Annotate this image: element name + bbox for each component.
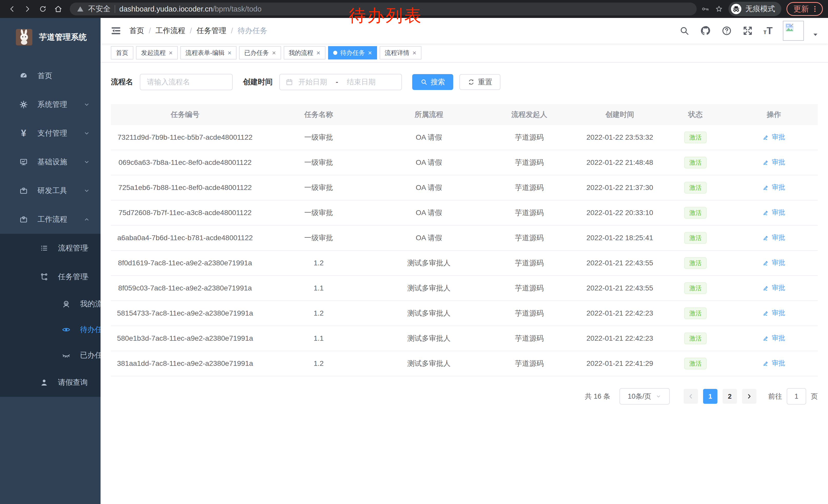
tab-start-process[interactable]: 发起流程× (136, 46, 178, 59)
cell: 58154733-7ac8-11ec-a9e2-a2380e71991a (111, 309, 259, 317)
page-button-1[interactable]: 1 (703, 389, 717, 404)
tab-done-task[interactable]: 已办任务× (239, 46, 281, 59)
close-icon[interactable]: × (412, 49, 416, 56)
approve-button[interactable]: 审批 (762, 283, 785, 292)
tab-process-detail[interactable]: 流程详情× (380, 46, 421, 59)
cell: 测试多审批人 (378, 283, 480, 293)
caret-down-icon[interactable] (812, 31, 819, 39)
avatar[interactable] (783, 21, 804, 41)
sidebar-item-payment[interactable]: ¥支付管理 (0, 119, 100, 148)
table-body: 73211d9d-7b9b-11ec-b5b7-acde48001122一级审批… (111, 125, 818, 376)
approve-button[interactable]: 审批 (762, 133, 785, 141)
cell: 2022-01-22 21:48:48 (579, 158, 661, 167)
tab-my-process[interactable]: 我的流程× (284, 46, 326, 59)
approve-button[interactable]: 审批 (762, 233, 785, 242)
incognito-badge[interactable]: 无痕模式 (729, 2, 781, 16)
sidebar-item-home[interactable]: 首页 (0, 61, 100, 90)
sidebar-item-system[interactable]: 系统管理 (0, 90, 100, 119)
sidebar-item-my-process[interactable]: 我的流程 (0, 291, 100, 317)
reset-button[interactable]: 重置 (459, 74, 500, 90)
address-bar[interactable]: 不安全 dashboard.yudao.iocoder.cn/bpm/task/… (70, 3, 697, 15)
table-row: 069c6a63-7b8a-11ec-8ef0-acde48001122一级审批… (111, 150, 818, 175)
page-button-2[interactable]: 2 (722, 389, 737, 404)
sidebar-item-infrastructure[interactable]: 基础设施 (0, 148, 100, 176)
date-range-input[interactable]: 开始日期 - 结束日期 (279, 74, 402, 90)
app-title: 芋道管理系统 (39, 32, 87, 43)
approve-button[interactable]: 审批 (762, 258, 785, 267)
column-header: 操作 (730, 110, 818, 120)
search-icon (420, 79, 427, 86)
close-icon[interactable]: × (169, 49, 173, 56)
approve-button[interactable]: 审批 (762, 333, 785, 342)
approve-button[interactable]: 审批 (762, 208, 785, 217)
incognito-label: 无痕模式 (745, 4, 775, 14)
sidebar-item-dev-tools[interactable]: 研发工具 (0, 176, 100, 205)
process-name-input[interactable]: 请输入流程名 (140, 74, 233, 90)
active-dot (333, 51, 337, 55)
home-icon[interactable] (51, 2, 65, 16)
breadcrumb-current: 待办任务 (238, 26, 267, 36)
sidebar-item-workflow[interactable]: 工作流程 (0, 205, 100, 234)
sidebar-item-process-mgmt[interactable]: 流程管理 (0, 234, 100, 263)
prev-page-button[interactable] (684, 389, 698, 404)
close-icon[interactable]: × (368, 49, 372, 56)
tab-label: 已办任务 (244, 49, 269, 57)
update-button[interactable]: 更新 (786, 2, 823, 16)
github-icon[interactable] (700, 25, 711, 36)
cell: 芋道源码 (480, 208, 579, 218)
page-size-select[interactable]: 10条/页 (619, 388, 670, 405)
breadcrumb-workflow[interactable]: 工作流程 (156, 26, 185, 36)
chevron-down-icon (83, 130, 90, 137)
cell: 测试多审批人 (378, 258, 480, 268)
forward-icon[interactable] (20, 2, 34, 16)
approve-button[interactable]: 审批 (762, 308, 785, 317)
goto-page-input[interactable]: 1 (787, 388, 806, 405)
search-button[interactable]: 搜索 (412, 74, 453, 90)
tab-label: 流程表单-编辑 (185, 49, 224, 57)
more-vertical-icon[interactable] (811, 5, 819, 13)
search-icon[interactable] (679, 26, 690, 36)
close-icon[interactable]: × (272, 49, 276, 56)
cell: 测试多审批人 (378, 359, 480, 368)
sidebar-toggle-icon[interactable] (110, 25, 122, 36)
cell: 2022-01-22 21:37:30 (579, 184, 661, 192)
breadcrumb-home[interactable]: 首页 (129, 26, 144, 36)
breadcrumb-task-mgmt[interactable]: 任务管理 (197, 26, 226, 36)
next-page-button[interactable] (742, 389, 756, 404)
table-row: 725a1eb6-7b88-11ec-8ef0-acde48001122一级审批… (111, 175, 818, 200)
cell: 2022-01-21 22:43:55 (579, 284, 661, 292)
sidebar-item-done-task[interactable]: 已办任务 (0, 342, 100, 368)
back-icon[interactable] (5, 2, 19, 16)
table-row: 580e1b3d-7ac8-11ec-a9e2-a2380e71991a1.1测… (111, 326, 818, 351)
security-label[interactable]: 不安全 (88, 4, 111, 14)
sidebar-item-todo-task[interactable]: 待办任务 (0, 317, 100, 342)
help-icon[interactable] (721, 26, 732, 36)
cell: 2022-01-21 22:42:23 (579, 334, 661, 342)
total-count: 共 16 条 (585, 392, 610, 401)
tab-todo-task[interactable]: 待办任务× (328, 46, 377, 59)
table-row: 381aa1dd-7ac8-11ec-a9e2-a2380e71991a1.2测… (111, 351, 818, 376)
approve-button[interactable]: 审批 (762, 158, 785, 167)
url-path[interactable]: /bpm/task/todo (213, 5, 261, 13)
sidebar-item-task-mgmt[interactable]: 任务管理 (0, 263, 100, 291)
eye-icon (60, 325, 72, 334)
url-host[interactable]: dashboard.yudao.iocoder.cn (119, 5, 213, 13)
sidebar-menu: 首页系统管理¥支付管理基础设施研发工具工作流程流程管理任务管理我的流程待办任务已… (0, 56, 100, 397)
fullscreen-icon[interactable] (742, 26, 753, 36)
sidebar-logo-row[interactable]: 芋道管理系统 (0, 18, 100, 56)
key-icon[interactable] (701, 5, 709, 13)
reload-icon[interactable] (36, 2, 50, 16)
bookmark-star-icon[interactable] (715, 5, 723, 13)
tab-home[interactable]: 首页 (111, 46, 133, 59)
close-icon[interactable]: × (317, 49, 320, 56)
approve-button[interactable]: 审批 (762, 359, 785, 368)
approve-button[interactable]: 审批 (762, 183, 785, 192)
table-row: 8f0d1619-7ac8-11ec-a9e2-a2380e71991a1.2测… (111, 251, 818, 276)
close-icon[interactable]: × (227, 49, 232, 56)
table-header: 任务编号任务名称所属流程流程发起人创建时间状态操作 (111, 104, 818, 125)
tab-form-edit[interactable]: 流程表单-编辑× (180, 46, 237, 59)
sidebar-item-leave-query[interactable]: 请假查询 (0, 368, 100, 397)
tab-label: 首页 (116, 49, 128, 57)
font-size-icon[interactable]: тT (763, 26, 773, 36)
goto-label: 前往 (768, 392, 782, 401)
